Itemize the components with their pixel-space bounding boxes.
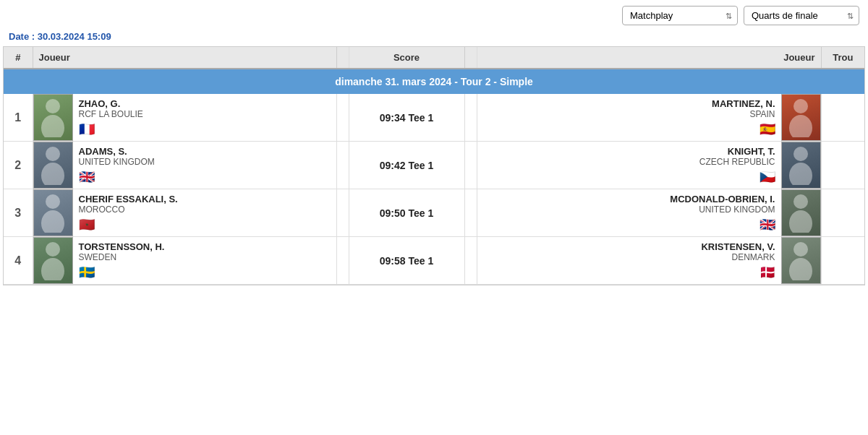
player-left-flag-4: 🇸🇪 bbox=[79, 264, 336, 280]
svg-point-9 bbox=[41, 210, 64, 233]
player-left-photo-1 bbox=[33, 94, 73, 141]
player-right-name-4: KRISTENSEN, V. bbox=[701, 241, 775, 252]
player-right-info-4: KRISTENSEN, V. DENMARK 🇩🇰 bbox=[701, 241, 775, 280]
table-row: 2 ADAMS, S. UNITED KINGDOM 🇬🇧 bbox=[4, 142, 864, 189]
player-right-info-1: MARTINEZ, N. SPAIN 🇪🇸 bbox=[712, 98, 775, 137]
player-left-photo-2 bbox=[33, 142, 73, 189]
player-right-name-2: KNIGHT, T. bbox=[699, 146, 775, 157]
svg-point-15 bbox=[789, 258, 812, 280]
svg-point-12 bbox=[46, 242, 60, 257]
top-bar: Matchplay Strokeplay ⇅ Quarts de finale … bbox=[0, 0, 868, 28]
format-select-wrapper[interactable]: Matchplay Strokeplay ⇅ bbox=[622, 6, 738, 25]
svg-point-2 bbox=[793, 99, 808, 113]
svg-point-4 bbox=[46, 147, 60, 161]
player-left-club-1: RCF LA BOULIE bbox=[79, 109, 336, 119]
player-left-info-2: ADAMS, S. UNITED KINGDOM 🇬🇧 bbox=[79, 146, 336, 185]
player-right-photo-3 bbox=[781, 189, 821, 236]
match-trou-1 bbox=[821, 94, 864, 142]
player-right-info-2: KNIGHT, T. CZECH REPUBLIC 🇨🇿 bbox=[699, 146, 775, 185]
player-right-cell-1: MARTINEZ, N. SPAIN 🇪🇸 bbox=[477, 94, 821, 142]
match-trou-3 bbox=[821, 189, 864, 237]
col-header-joueur-right: Joueur bbox=[477, 47, 821, 69]
player-right-name-3: MCDONALD-OBRIEN, I. bbox=[670, 194, 775, 204]
svg-point-3 bbox=[789, 115, 812, 137]
col-header-hash: # bbox=[4, 47, 33, 69]
matches-table: # Joueur Score Joueur Trou dimanche 31. … bbox=[4, 47, 864, 285]
player-left-name-3: CHERIF ESSAKALI, S. bbox=[79, 194, 336, 204]
match-score-3: 09:50 Tee 1 bbox=[349, 189, 464, 237]
match-num-3: 3 bbox=[4, 189, 33, 237]
svg-point-10 bbox=[793, 194, 808, 209]
sep-right-1 bbox=[464, 94, 477, 142]
group-header-row: dimanche 31. mars 2024 - Tour 2 - Simple bbox=[4, 69, 864, 94]
round-select[interactable]: Quarts de finale Demi-finale Finale bbox=[744, 6, 859, 25]
player-right-club-4: DENMARK bbox=[701, 252, 775, 262]
match-score-1: 09:34 Tee 1 bbox=[349, 94, 464, 142]
sep-left-3 bbox=[336, 189, 349, 237]
round-select-wrapper[interactable]: Quarts de finale Demi-finale Finale ⇅ bbox=[744, 6, 859, 25]
svg-point-5 bbox=[41, 163, 64, 185]
player-left-photo-4 bbox=[33, 237, 73, 284]
match-trou-2 bbox=[821, 142, 864, 189]
date-bar: Date : 30.03.2024 15:09 bbox=[0, 28, 868, 46]
sep-right-2 bbox=[464, 142, 477, 189]
svg-point-0 bbox=[46, 99, 60, 113]
player-left-flag-2: 🇬🇧 bbox=[79, 169, 336, 185]
col-header-trou: Trou bbox=[821, 47, 864, 69]
player-left-cell-2: ADAMS, S. UNITED KINGDOM 🇬🇧 bbox=[33, 142, 336, 189]
player-left-name-1: ZHAO, G. bbox=[79, 98, 336, 109]
player-left-cell-4: TORSTENSSON, H. SWEDEN 🇸🇪 bbox=[33, 237, 336, 285]
svg-point-11 bbox=[789, 210, 812, 233]
player-left-club-4: SWEDEN bbox=[79, 252, 336, 262]
player-left-photo-3 bbox=[33, 189, 73, 236]
player-right-photo-2 bbox=[781, 142, 821, 189]
svg-point-8 bbox=[46, 194, 60, 209]
player-right-photo-1 bbox=[781, 94, 821, 141]
player-right-club-2: CZECH REPUBLIC bbox=[699, 157, 775, 167]
col-sep2 bbox=[464, 47, 477, 69]
match-trou-4 bbox=[821, 237, 864, 285]
group-header-label: dimanche 31. mars 2024 - Tour 2 - Simple bbox=[4, 69, 864, 94]
player-right-club-3: UNITED KINGDOM bbox=[670, 204, 775, 215]
player-left-club-2: UNITED KINGDOM bbox=[79, 157, 336, 167]
col-header-joueur-left: Joueur bbox=[33, 47, 336, 69]
table-row: 4 TORSTENSSON, H. SWEDEN 🇸🇪 bbox=[4, 237, 864, 285]
sep-left-1 bbox=[336, 94, 349, 142]
sep-left-4 bbox=[336, 237, 349, 285]
player-left-cell-3: CHERIF ESSAKALI, S. MOROCCO 🇲🇦 bbox=[33, 189, 336, 237]
player-right-name-1: MARTINEZ, N. bbox=[712, 98, 775, 109]
player-left-info-3: CHERIF ESSAKALI, S. MOROCCO 🇲🇦 bbox=[79, 194, 336, 233]
table-row: 1 ZHAO, G. RCF LA BOULIE 🇫🇷 bbox=[4, 94, 864, 142]
player-right-info-3: MCDONALD-OBRIEN, I. UNITED KINGDOM 🇬🇧 bbox=[670, 194, 775, 233]
player-right-flag-4: 🇩🇰 bbox=[701, 264, 775, 280]
match-score-4: 09:58 Tee 1 bbox=[349, 237, 464, 285]
player-left-info-1: ZHAO, G. RCF LA BOULIE 🇫🇷 bbox=[79, 98, 336, 137]
player-left-club-3: MOROCCO bbox=[79, 204, 336, 215]
player-right-flag-1: 🇪🇸 bbox=[712, 121, 775, 137]
format-select[interactable]: Matchplay Strokeplay bbox=[622, 6, 738, 25]
matches-table-container: # Joueur Score Joueur Trou dimanche 31. … bbox=[3, 46, 865, 285]
date-text: Date : 30.03.2024 15:09 bbox=[9, 31, 111, 42]
svg-point-7 bbox=[789, 163, 812, 185]
table-header-row: # Joueur Score Joueur Trou bbox=[4, 47, 864, 69]
match-num-2: 2 bbox=[4, 142, 33, 189]
sep-right-4 bbox=[464, 237, 477, 285]
match-num-4: 4 bbox=[4, 237, 33, 285]
svg-point-13 bbox=[41, 258, 64, 280]
svg-point-6 bbox=[793, 147, 808, 161]
col-sep1 bbox=[336, 47, 349, 69]
player-left-name-2: ADAMS, S. bbox=[79, 146, 336, 157]
player-right-flag-2: 🇨🇿 bbox=[699, 169, 775, 185]
svg-point-14 bbox=[793, 242, 808, 257]
sep-right-3 bbox=[464, 189, 477, 237]
player-left-cell-1: ZHAO, G. RCF LA BOULIE 🇫🇷 bbox=[33, 94, 336, 142]
player-right-club-1: SPAIN bbox=[712, 109, 775, 119]
player-right-flag-3: 🇬🇧 bbox=[670, 217, 775, 233]
player-left-flag-1: 🇫🇷 bbox=[79, 121, 336, 137]
player-left-info-4: TORSTENSSON, H. SWEDEN 🇸🇪 bbox=[79, 241, 336, 280]
player-left-flag-3: 🇲🇦 bbox=[79, 217, 336, 233]
match-num-1: 1 bbox=[4, 94, 33, 142]
svg-point-1 bbox=[41, 115, 64, 137]
table-row: 3 CHERIF ESSAKALI, S. MOROCCO 🇲🇦 bbox=[4, 189, 864, 237]
player-right-cell-3: MCDONALD-OBRIEN, I. UNITED KINGDOM 🇬🇧 bbox=[477, 189, 821, 237]
